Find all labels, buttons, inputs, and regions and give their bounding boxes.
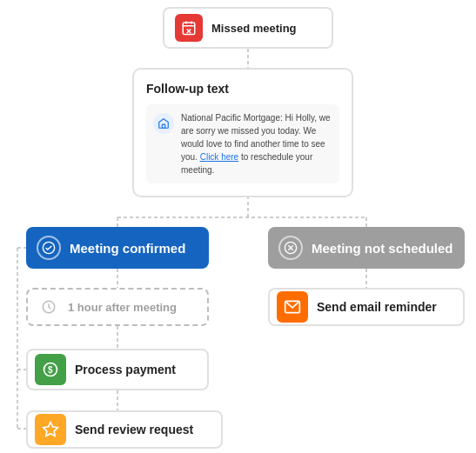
followup-text: National Pacific Mortgage: Hi Holly, we … [181, 111, 332, 177]
check-circle-icon [37, 236, 61, 260]
svg-rect-13 [183, 23, 195, 35]
send-email-label: Send email reminder [317, 300, 437, 314]
svg-marker-28 [44, 423, 58, 436]
star-icon [35, 414, 66, 445]
dollar-icon: $ [35, 354, 66, 385]
clock-icon [38, 296, 59, 317]
x-circle-icon [278, 236, 303, 260]
missed-meeting-label: Missed meeting [211, 22, 297, 35]
send-review-label: Send review request [75, 423, 193, 436]
flowchart: Missed meeting Follow-up text National P… [0, 0, 476, 453]
reschedule-link[interactable]: Click here [200, 152, 238, 162]
followup-card[interactable]: Follow-up text National Pacific Mortgage… [132, 68, 353, 197]
home-icon [153, 113, 174, 134]
meeting-confirmed-node[interactable]: Meeting confirmed [26, 227, 209, 269]
process-payment-node[interactable]: $ Process payment [26, 349, 209, 390]
followup-message: National Pacific Mortgage: Hi Holly, we … [146, 104, 339, 183]
missed-meeting-node[interactable]: Missed meeting [163, 7, 333, 49]
meeting-not-scheduled-label: Meeting not scheduled [312, 241, 453, 256]
hour-after-label: 1 hour after meeting [68, 301, 177, 314]
send-review-node[interactable]: Send review request [26, 410, 223, 449]
calendar-x-icon [175, 14, 203, 42]
process-payment-label: Process payment [75, 363, 176, 376]
send-email-node[interactable]: Send email reminder [268, 288, 465, 326]
hour-after-node[interactable]: 1 hour after meeting [26, 288, 209, 326]
followup-title: Follow-up text [146, 82, 339, 96]
meeting-confirmed-label: Meeting confirmed [70, 241, 185, 256]
svg-rect-19 [162, 124, 165, 128]
svg-text:$: $ [48, 365, 53, 375]
meeting-not-scheduled-node[interactable]: Meeting not scheduled [268, 227, 465, 269]
email-icon [277, 291, 308, 323]
